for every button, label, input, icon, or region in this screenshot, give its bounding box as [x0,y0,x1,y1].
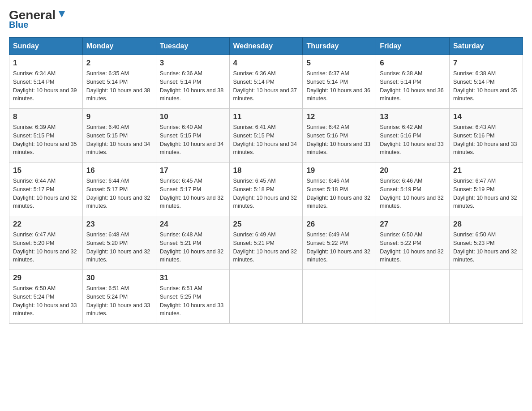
day-info: Sunrise: 6:48 AM Sunset: 5:20 PM Dayligh… [86,231,152,264]
calendar-cell: 16 Sunrise: 6:44 AM Sunset: 5:17 PM Dayl… [82,163,156,216]
calendar-cell: 15 Sunrise: 6:44 AM Sunset: 5:17 PM Dayl… [9,163,83,216]
day-number: 28 [453,220,519,229]
day-info: Sunrise: 6:43 AM Sunset: 5:16 PM Dayligh… [453,123,519,157]
calendar-cell [450,270,523,324]
day-info: Sunrise: 6:45 AM Sunset: 5:18 PM Dayligh… [233,177,299,210]
calendar-cell: 11 Sunrise: 6:41 AM Sunset: 5:15 PM Dayl… [229,109,303,163]
day-number: 23 [86,220,152,229]
calendar-table: SundayMondayTuesdayWednesdayThursdayFrid… [9,37,523,324]
calendar-cell: 22 Sunrise: 6:47 AM Sunset: 5:20 PM Dayl… [9,216,83,270]
calendar-cell: 25 Sunrise: 6:49 AM Sunset: 5:21 PM Dayl… [229,216,303,270]
day-info: Sunrise: 6:40 AM Sunset: 5:15 PM Dayligh… [160,123,226,157]
calendar-cell: 31 Sunrise: 6:51 AM Sunset: 5:25 PM Dayl… [156,270,229,324]
weekday-header-monday: Monday [82,38,156,55]
calendar-cell: 7 Sunrise: 6:38 AM Sunset: 5:14 PM Dayli… [450,55,523,109]
day-number: 17 [160,166,226,175]
day-number: 29 [13,274,79,283]
calendar-cell: 1 Sunrise: 6:34 AM Sunset: 5:14 PM Dayli… [9,55,83,109]
day-number: 10 [160,112,226,121]
day-number: 5 [306,59,372,68]
day-info: Sunrise: 6:39 AM Sunset: 5:15 PM Dayligh… [13,123,79,157]
weekday-header-saturday: Saturday [450,38,523,55]
day-info: Sunrise: 6:42 AM Sunset: 5:16 PM Dayligh… [306,123,372,157]
calendar-cell: 2 Sunrise: 6:35 AM Sunset: 5:14 PM Dayli… [82,55,156,109]
weekday-header-sunday: Sunday [9,38,83,55]
day-info: Sunrise: 6:41 AM Sunset: 5:15 PM Dayligh… [233,123,299,157]
day-info: Sunrise: 6:51 AM Sunset: 5:24 PM Dayligh… [86,284,152,318]
day-info: Sunrise: 6:36 AM Sunset: 5:14 PM Dayligh… [160,69,226,103]
day-number: 19 [306,166,372,175]
calendar-cell: 3 Sunrise: 6:36 AM Sunset: 5:14 PM Dayli… [156,55,229,109]
day-number: 14 [453,112,519,121]
day-number: 21 [453,166,519,175]
logo-blue-text: Blue [9,20,28,30]
day-info: Sunrise: 6:46 AM Sunset: 5:19 PM Dayligh… [380,177,446,210]
day-info: Sunrise: 6:44 AM Sunset: 5:17 PM Dayligh… [86,177,152,210]
day-number: 20 [380,166,446,175]
day-number: 16 [86,166,152,175]
day-info: Sunrise: 6:47 AM Sunset: 5:20 PM Dayligh… [13,231,79,264]
day-number: 18 [233,166,299,175]
day-number: 3 [160,59,226,68]
day-info: Sunrise: 6:47 AM Sunset: 5:19 PM Dayligh… [453,177,519,210]
day-number: 7 [453,59,519,68]
day-info: Sunrise: 6:50 AM Sunset: 5:24 PM Dayligh… [13,284,79,318]
calendar-cell: 21 Sunrise: 6:47 AM Sunset: 5:19 PM Dayl… [450,163,523,216]
day-number: 24 [160,220,226,229]
day-number: 6 [380,59,446,68]
calendar-cell: 29 Sunrise: 6:50 AM Sunset: 5:24 PM Dayl… [9,270,83,324]
calendar-cell: 30 Sunrise: 6:51 AM Sunset: 5:24 PM Dayl… [82,270,156,324]
day-number: 13 [380,112,446,121]
day-number: 4 [233,59,299,68]
day-info: Sunrise: 6:51 AM Sunset: 5:25 PM Dayligh… [160,284,226,318]
day-number: 12 [306,112,372,121]
calendar-cell: 17 Sunrise: 6:45 AM Sunset: 5:17 PM Dayl… [156,163,229,216]
calendar-cell: 12 Sunrise: 6:42 AM Sunset: 5:16 PM Dayl… [303,109,376,163]
calendar-cell: 26 Sunrise: 6:49 AM Sunset: 5:22 PM Dayl… [303,216,376,270]
calendar-cell [229,270,303,324]
calendar-week-row: 8 Sunrise: 6:39 AM Sunset: 5:15 PM Dayli… [9,109,523,163]
day-info: Sunrise: 6:34 AM Sunset: 5:14 PM Dayligh… [13,69,79,103]
calendar-cell: 6 Sunrise: 6:38 AM Sunset: 5:14 PM Dayli… [376,55,450,109]
calendar-cell: 18 Sunrise: 6:45 AM Sunset: 5:18 PM Dayl… [229,163,303,216]
day-info: Sunrise: 6:50 AM Sunset: 5:22 PM Dayligh… [380,231,446,264]
calendar-cell: 8 Sunrise: 6:39 AM Sunset: 5:15 PM Dayli… [9,109,83,163]
day-info: Sunrise: 6:42 AM Sunset: 5:16 PM Dayligh… [380,123,446,157]
day-number: 9 [86,112,152,121]
calendar-cell: 5 Sunrise: 6:37 AM Sunset: 5:14 PM Dayli… [303,55,376,109]
calendar-cell: 14 Sunrise: 6:43 AM Sunset: 5:16 PM Dayl… [450,109,523,163]
day-info: Sunrise: 6:49 AM Sunset: 5:22 PM Dayligh… [306,231,372,264]
calendar-cell: 23 Sunrise: 6:48 AM Sunset: 5:20 PM Dayl… [82,216,156,270]
calendar-cell: 19 Sunrise: 6:46 AM Sunset: 5:18 PM Dayl… [303,163,376,216]
calendar-cell [376,270,450,324]
day-number: 2 [86,59,152,68]
day-number: 8 [13,112,79,121]
day-info: Sunrise: 6:49 AM Sunset: 5:21 PM Dayligh… [233,231,299,264]
weekday-header-thursday: Thursday [303,38,376,55]
day-info: Sunrise: 6:48 AM Sunset: 5:21 PM Dayligh… [160,231,226,264]
day-info: Sunrise: 6:44 AM Sunset: 5:17 PM Dayligh… [13,177,79,210]
day-info: Sunrise: 6:37 AM Sunset: 5:14 PM Dayligh… [306,69,372,103]
day-info: Sunrise: 6:45 AM Sunset: 5:17 PM Dayligh… [160,177,226,210]
day-number: 31 [160,274,226,283]
day-info: Sunrise: 6:50 AM Sunset: 5:23 PM Dayligh… [453,231,519,264]
day-number: 15 [13,166,79,175]
calendar-cell: 24 Sunrise: 6:48 AM Sunset: 5:21 PM Dayl… [156,216,229,270]
day-number: 27 [380,220,446,229]
day-number: 1 [13,59,79,68]
day-number: 22 [13,220,79,229]
weekday-header-row: SundayMondayTuesdayWednesdayThursdayFrid… [9,38,523,55]
day-number: 11 [233,112,299,121]
calendar-cell: 13 Sunrise: 6:42 AM Sunset: 5:16 PM Dayl… [376,109,450,163]
calendar-cell: 10 Sunrise: 6:40 AM Sunset: 5:15 PM Dayl… [156,109,229,163]
weekday-header-wednesday: Wednesday [229,38,303,55]
calendar-cell: 28 Sunrise: 6:50 AM Sunset: 5:23 PM Dayl… [450,216,523,270]
day-number: 25 [233,220,299,229]
svg-marker-0 [59,11,65,17]
day-info: Sunrise: 6:36 AM Sunset: 5:14 PM Dayligh… [233,69,299,103]
calendar-cell [303,270,376,324]
day-info: Sunrise: 6:38 AM Sunset: 5:14 PM Dayligh… [380,69,446,103]
day-number: 30 [86,274,152,283]
day-info: Sunrise: 6:40 AM Sunset: 5:15 PM Dayligh… [86,123,152,157]
calendar-cell: 20 Sunrise: 6:46 AM Sunset: 5:19 PM Dayl… [376,163,450,216]
